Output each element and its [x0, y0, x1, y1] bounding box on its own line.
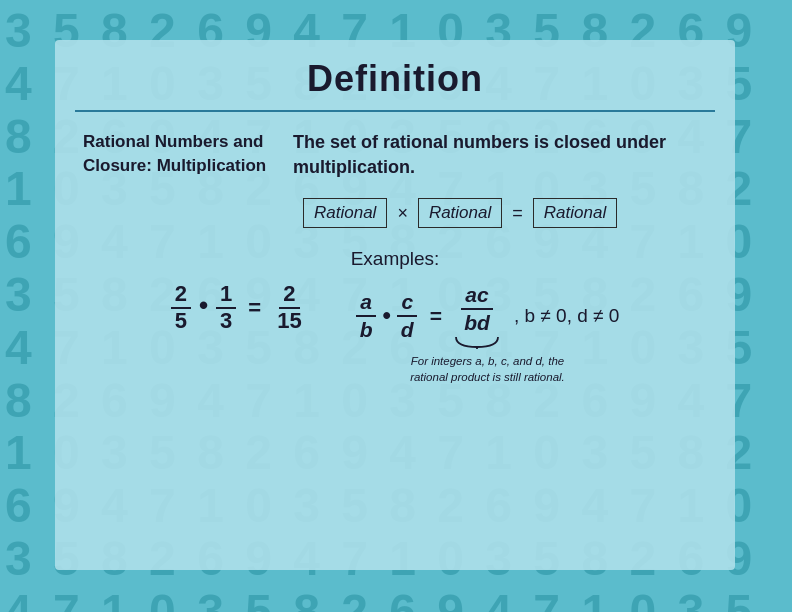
- alg-frac1-den: b: [356, 317, 377, 342]
- alg-frac2-den: d: [397, 317, 418, 342]
- frac3-den: 15: [273, 309, 305, 333]
- alg-frac2-num: c: [397, 289, 417, 316]
- dot-op-1: •: [199, 290, 208, 321]
- example-numeric: 2 5 • 1 3 = 2 15: [171, 282, 306, 332]
- formula-equals: =: [508, 203, 527, 224]
- formula-box-2: Rational: [418, 198, 502, 228]
- underbrace-svg: [454, 335, 500, 349]
- formula-times: ×: [393, 203, 412, 224]
- definition-text: The set of rational numbers is closed un…: [293, 130, 707, 180]
- alg-result-with-brace: ac bd: [454, 282, 500, 348]
- examples-section: Examples: 2 5 • 1 3 = 2 15: [55, 248, 735, 395]
- left-label: Rational Numbers and Closure: Multiplica…: [83, 130, 273, 178]
- fraction-1: 2 5: [171, 282, 191, 332]
- alg-equals: =: [430, 304, 442, 328]
- frac3-num: 2: [279, 282, 299, 308]
- formula-row: Rational × Rational = Rational: [303, 198, 707, 228]
- examples-row: 2 5 • 1 3 = 2 15 a b: [83, 282, 707, 385]
- algebraic-note: For integers a, b, c, and d, the rationa…: [407, 353, 567, 385]
- definition-card: Definition Rational Numbers and Closure:…: [55, 40, 735, 570]
- frac1-num: 2: [171, 282, 191, 308]
- examples-label: Examples:: [83, 248, 707, 270]
- alg-result-num: ac: [461, 282, 492, 309]
- right-column: The set of rational numbers is closed un…: [293, 130, 707, 238]
- card-body: Rational Numbers and Closure: Multiplica…: [55, 112, 735, 248]
- left-column: Rational Numbers and Closure: Multiplica…: [83, 130, 273, 238]
- alg-frac-2: c d: [397, 289, 418, 341]
- frac2-num: 1: [216, 282, 236, 308]
- alg-result-den: bd: [460, 310, 494, 335]
- example-algebraic: a b • c d = ac bd: [356, 282, 620, 385]
- dot-op-2: •: [382, 301, 390, 329]
- alg-frac-1: a b: [356, 289, 377, 341]
- formula-box-1: Rational: [303, 198, 387, 228]
- alg-frac1-num: a: [356, 289, 376, 316]
- alg-frac-result: ac bd: [460, 282, 494, 334]
- frac2-den: 3: [216, 309, 236, 333]
- fraction-2: 1 3: [216, 282, 236, 332]
- card-title: Definition: [55, 40, 735, 110]
- equals-op-1: =: [248, 295, 261, 321]
- fraction-3: 2 15: [273, 282, 305, 332]
- condition-text: , b ≠ 0, d ≠ 0: [514, 305, 619, 327]
- alg-row: a b • c d = ac bd: [356, 282, 620, 348]
- formula-box-3: Rational: [533, 198, 617, 228]
- frac1-den: 5: [171, 309, 191, 333]
